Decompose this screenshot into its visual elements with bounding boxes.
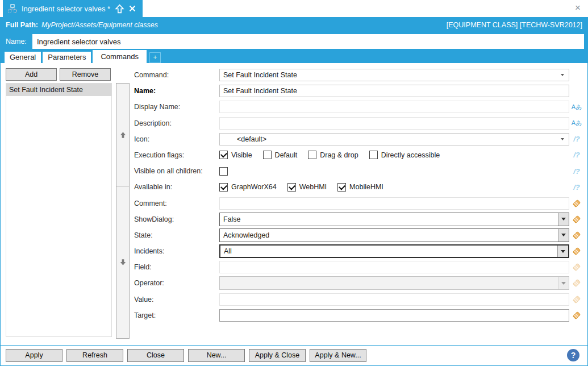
commands-tab-body: Add Remove Set Fault Incident State <box>0 63 588 366</box>
field-label: Field: <box>134 263 219 271</box>
checkbox-drag-drop[interactable] <box>308 151 316 159</box>
tab-general[interactable]: General <box>5 52 41 63</box>
checkbox-visible-on-all-children[interactable] <box>219 167 228 176</box>
document-tab-strip: Ingredient selector valves * × <box>0 0 588 17</box>
operator-dropdown <box>219 276 569 290</box>
available-in-label: Available in: <box>134 183 219 191</box>
comment-label: Comment: <box>134 199 219 207</box>
description-label: Description: <box>134 119 219 127</box>
header: Full Path: MyProject/Assets/Equipment cl… <box>0 17 588 50</box>
showdialog-label: ShowDialog: <box>134 215 219 223</box>
global-alias-icon[interactable]: /? <box>573 183 580 192</box>
list-item[interactable]: Set Fault Incident State <box>6 84 111 96</box>
execution-flags-row: Execution flags: Visible Default Drag & … <box>134 149 584 161</box>
apply-button[interactable]: Apply <box>6 349 62 362</box>
command-name-label: Name: <box>134 87 219 95</box>
checkbox-mobilehmi[interactable] <box>337 183 346 192</box>
remove-button[interactable]: Remove <box>60 68 111 81</box>
promote-up-icon[interactable] <box>115 4 124 14</box>
tag-icon[interactable] <box>572 247 581 256</box>
global-alias-icon[interactable]: /? <box>573 135 580 143</box>
operator-row: Operator: <box>134 277 584 289</box>
tag-icon[interactable] <box>572 231 581 240</box>
checkbox-webhmi[interactable] <box>287 183 296 192</box>
tag-icon <box>572 263 581 272</box>
command-row: Command: Set Fault Incident State <box>134 69 584 81</box>
state-row: State: Acknowledged <box>134 229 584 242</box>
checkbox-graphworx64[interactable] <box>219 183 228 192</box>
dropdown-button[interactable] <box>558 213 569 226</box>
target-input[interactable] <box>219 309 569 322</box>
tag-icon[interactable] <box>572 311 581 320</box>
chevron-down-icon <box>561 138 564 140</box>
dropdown-button[interactable] <box>558 229 569 242</box>
display-name-label: Display Name: <box>134 103 219 111</box>
equipment-class-editor-window: Ingredient selector valves * × Full Path… <box>0 0 588 366</box>
visible-on-all-children-label: Visible on all children: <box>134 167 219 175</box>
dropdown-button[interactable] <box>557 246 568 257</box>
icon-row: Icon: <default> /? <box>134 133 584 145</box>
move-down-button[interactable] <box>116 186 130 339</box>
target-row: Target: <box>134 309 584 322</box>
tag-icon[interactable] <box>572 215 581 224</box>
reorder-strip <box>116 83 130 339</box>
help-button[interactable]: ? <box>567 349 579 361</box>
name-input[interactable] <box>32 34 584 49</box>
tab-commands[interactable]: Commands <box>93 50 146 63</box>
tab-parameters[interactable]: Parameters <box>43 52 91 63</box>
display-name-input[interactable] <box>219 101 569 113</box>
target-label: Target: <box>134 311 219 319</box>
global-alias-icon[interactable]: /? <box>573 151 580 159</box>
full-path-value: MyProject/Assets/Equipment classes <box>41 21 158 29</box>
checkbox-directly-accessible[interactable] <box>369 151 378 159</box>
add-button[interactable]: Add <box>6 68 57 81</box>
close-button[interactable]: Close <box>127 349 184 362</box>
move-up-button[interactable] <box>116 83 130 186</box>
document-tab[interactable]: Ingredient selector valves * <box>3 0 143 17</box>
commands-list[interactable]: Set Fault Incident State <box>6 83 112 337</box>
commands-list-panel: Add Remove Set Fault Incident State <box>1 63 112 345</box>
value-input[interactable] <box>219 293 569 306</box>
icon-dropdown[interactable]: <default> <box>219 133 569 145</box>
tab-close-icon[interactable] <box>129 5 136 12</box>
command-dropdown[interactable]: Set Fault Incident State <box>219 69 569 81</box>
available-in-row: Available in: GraphWorX64 WebHMI MobileH… <box>134 181 584 193</box>
execution-flags-label: Execution flags: <box>134 151 219 159</box>
field-input[interactable] <box>219 261 569 273</box>
checkbox-visible[interactable] <box>219 151 228 159</box>
localization-icon[interactable]: Aあ <box>572 119 582 127</box>
apply-close-button[interactable]: Apply & Close <box>249 349 306 362</box>
arrow-up-icon <box>119 131 127 139</box>
tag-icon <box>572 278 581 288</box>
new-button[interactable]: New... <box>188 349 245 362</box>
comment-input[interactable] <box>219 197 569 210</box>
localization-icon[interactable]: Aあ <box>572 103 582 111</box>
state-dropdown[interactable]: Acknowledged <box>219 228 569 242</box>
comment-row: Comment: <box>134 197 584 210</box>
tag-icon <box>572 295 581 304</box>
apply-new-button[interactable]: Apply & New... <box>310 349 366 362</box>
document-tab-title: Ingredient selector valves * <box>22 5 110 13</box>
tag-icon[interactable] <box>572 199 581 208</box>
context-badge: [EQUIPMENT CLASS] [TECHW-SVR2012] <box>447 21 582 29</box>
full-path-label: Full Path: <box>6 21 38 29</box>
arrow-down-icon <box>119 258 127 267</box>
window-close-icon[interactable]: × <box>575 2 581 14</box>
refresh-button[interactable]: Refresh <box>66 349 123 362</box>
description-input[interactable] <box>219 117 569 130</box>
name-label: Name: <box>0 38 32 45</box>
incidents-row: Incidents: All <box>134 245 584 257</box>
value-row: Value: <box>134 293 584 306</box>
equipment-class-icon <box>8 4 17 13</box>
command-name-input[interactable] <box>219 85 569 97</box>
tab-add-plus[interactable]: + <box>149 52 161 63</box>
global-alias-icon[interactable]: /? <box>573 167 580 176</box>
incidents-label: Incidents: <box>134 247 219 255</box>
checkbox-default[interactable] <box>263 151 272 159</box>
showdialog-dropdown[interactable]: False <box>219 213 569 226</box>
visible-on-all-children-row: Visible on all children: /? <box>134 165 584 177</box>
incidents-dropdown[interactable]: All <box>219 244 569 258</box>
display-name-row: Display Name: Aあ <box>134 101 584 113</box>
page-tabs: General Parameters Commands + <box>0 50 588 63</box>
field-row: Field: <box>134 261 584 273</box>
